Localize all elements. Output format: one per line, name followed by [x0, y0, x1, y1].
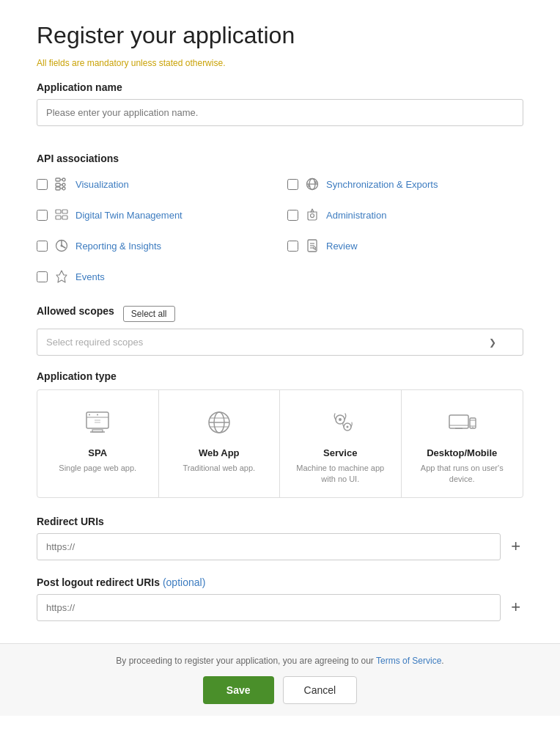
post-logout-uri-add-button[interactable]: + — [508, 599, 523, 615]
api-checkbox-sync-exports[interactable] — [287, 179, 298, 190]
svg-point-8 — [62, 187, 65, 190]
select-all-button[interactable]: Select all — [123, 306, 175, 322]
save-button[interactable]: Save — [203, 676, 274, 704]
svg-point-23 — [314, 247, 316, 249]
api-label-review: Review — [326, 241, 358, 252]
desktop-mobile-icon — [444, 405, 479, 440]
app-type-desktop-mobile[interactable]: Desktop/Mobile App that runs on user's d… — [402, 390, 523, 497]
terms-of-service-link[interactable]: Terms of Service — [376, 656, 441, 666]
svg-rect-1 — [56, 183, 60, 186]
post-logout-uri-input[interactable] — [37, 594, 501, 621]
spa-name: SPA — [46, 447, 150, 458]
desktop-mobile-description: App that runs on user's device. — [410, 463, 515, 486]
api-item-sync-exports[interactable]: Synchronization & Exports — [287, 170, 523, 198]
api-item-digital-twin[interactable]: Digital Twin Management — [37, 201, 273, 229]
app-type-web-app[interactable]: Web App Traditional web app. — [159, 390, 281, 497]
svg-point-6 — [62, 178, 65, 181]
svg-point-45 — [473, 427, 474, 428]
visualization-icon — [54, 176, 70, 192]
api-item-events[interactable]: Events — [37, 263, 273, 290]
web-app-name: Web App — [168, 447, 271, 458]
web-app-description: Traditional web app. — [168, 463, 271, 474]
service-icon — [323, 405, 358, 440]
cancel-button[interactable]: Cancel — [283, 676, 358, 704]
events-icon — [54, 268, 70, 285]
footer: By proceeding to register your applicati… — [0, 643, 560, 716]
svg-point-16 — [311, 214, 314, 218]
api-item-review[interactable]: Review — [287, 232, 523, 260]
svg-rect-12 — [56, 210, 61, 213]
api-label-digital-twin: Digital Twin Management — [75, 210, 183, 221]
scopes-placeholder: Select required scopes — [46, 337, 143, 348]
svg-point-28 — [97, 414, 98, 416]
mandatory-note: All fields are mandatory unless stated o… — [37, 58, 523, 68]
sync-exports-icon — [304, 176, 320, 192]
svg-point-7 — [62, 183, 65, 186]
svg-point-29 — [89, 414, 90, 416]
api-label-events: Events — [75, 271, 105, 282]
svg-point-18 — [61, 245, 63, 247]
api-associations-label: API associations — [37, 153, 523, 164]
app-type-service[interactable]: Service Machine to machine app with no U… — [280, 390, 402, 497]
app-type-spa[interactable]: SPA Single page web app. — [37, 390, 159, 497]
app-type-label: Application type — [37, 370, 523, 382]
chevron-down-icon: ❯ — [489, 337, 496, 348]
api-label-reporting: Reporting & Insights — [75, 241, 161, 252]
api-item-visualization[interactable]: Visualization — [37, 170, 273, 198]
spa-description: Single page web app. — [46, 463, 150, 474]
svg-rect-14 — [62, 210, 67, 213]
api-item-reporting[interactable]: Reporting & Insights — [37, 232, 273, 260]
svg-rect-39 — [449, 415, 468, 428]
redirect-uri-add-button[interactable]: + — [508, 538, 523, 554]
footer-note: By proceeding to register your applicati… — [15, 656, 545, 666]
svg-rect-2 — [56, 187, 60, 190]
api-checkbox-visualization[interactable] — [37, 179, 48, 190]
post-logout-label: Post logout redirect URIs (optional) — [37, 576, 523, 588]
api-label-sync-exports: Synchronization & Exports — [326, 179, 438, 190]
administration-icon — [304, 207, 320, 223]
api-label-visualization: Visualization — [75, 179, 129, 190]
spa-icon — [80, 405, 115, 440]
api-checkbox-reporting[interactable] — [37, 241, 48, 252]
api-checkbox-review[interactable] — [287, 241, 298, 252]
page-title: Register your application — [37, 22, 523, 49]
app-type-grid: SPA Single page web app. Web App Traditi… — [37, 389, 523, 498]
redirect-uri-input[interactable] — [37, 533, 501, 560]
allowed-scopes-label: Allowed scopes — [37, 305, 114, 317]
svg-rect-13 — [56, 216, 61, 219]
svg-point-36 — [339, 418, 342, 421]
api-checkbox-events[interactable] — [37, 271, 48, 282]
svg-point-38 — [347, 426, 349, 428]
api-checkbox-digital-twin[interactable] — [37, 210, 48, 221]
app-name-input[interactable] — [37, 99, 523, 126]
api-item-administration[interactable]: Administration — [287, 201, 523, 229]
api-checkbox-administration[interactable] — [287, 210, 298, 221]
svg-rect-15 — [62, 216, 67, 219]
digital-twin-icon — [54, 207, 70, 223]
reporting-icon — [54, 238, 70, 254]
svg-rect-0 — [56, 178, 60, 181]
service-name: Service — [289, 447, 392, 458]
desktop-mobile-name: Desktop/Mobile — [410, 447, 515, 458]
review-icon — [304, 238, 320, 254]
web-app-icon — [202, 405, 237, 440]
service-description: Machine to machine app with no UI. — [289, 463, 392, 486]
redirect-uris-label: Redirect URIs — [37, 516, 523, 527]
app-name-label: Application name — [37, 81, 523, 93]
post-logout-optional: (optional) — [163, 576, 205, 588]
scopes-dropdown[interactable]: Select required scopes ❯ — [37, 329, 523, 356]
api-label-administration: Administration — [326, 210, 386, 221]
